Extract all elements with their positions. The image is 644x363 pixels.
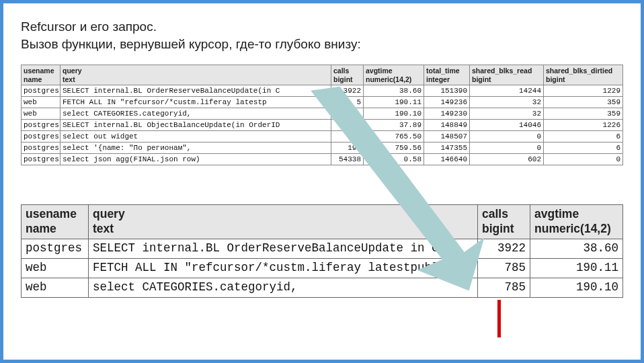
table-row: postgresSELECT internal.BL OrderReserveB… xyxy=(22,85,623,97)
cell-total-time: 148507 xyxy=(424,131,470,143)
cell-avgtime: 0.58 xyxy=(364,154,424,165)
cell-shared-dirtied: 0 xyxy=(544,154,623,165)
table-row: postgresselect out widget19765.501485070… xyxy=(22,131,623,143)
cell-query: select out widget xyxy=(61,131,331,143)
cell-total-time: 151390 xyxy=(424,85,470,97)
cell-usename: web xyxy=(22,108,61,120)
cell-usename: postgres xyxy=(22,131,61,143)
cell-avgtime: 190.10 xyxy=(364,108,424,120)
highlight-marker xyxy=(497,300,501,337)
cell-shared-read: 0 xyxy=(470,131,544,143)
cell-calls: 3922 xyxy=(331,85,364,97)
cell-shared-dirtied: 6 xyxy=(544,131,623,143)
cell-usename: postgres xyxy=(22,143,61,154)
cell-total-time: 146640 xyxy=(424,154,470,165)
table-row: postgresselect json agg(FINAL.json row)5… xyxy=(22,154,623,165)
cell-usename: web xyxy=(22,259,89,278)
cell-total-time: 149230 xyxy=(424,108,470,120)
cell-avgtime: 38.60 xyxy=(364,85,424,97)
cell-total-time: 148849 xyxy=(424,120,470,131)
cell-calls xyxy=(331,120,364,131)
col-shared-dirtied: shared_blks_dirtied bigint xyxy=(544,65,623,85)
cell-shared-dirtied: 359 xyxy=(544,97,623,108)
cell-calls: 5 xyxy=(331,97,364,108)
table-row: postgresselect '{name: "По регионам",194… xyxy=(22,143,623,154)
cell-shared-read: 32 xyxy=(470,108,544,120)
cell-query: select json agg(FINAL.json row) xyxy=(61,154,331,165)
col-query: query text xyxy=(61,65,331,85)
cell-avgtime: 190.11 xyxy=(530,259,623,278)
col-shared-read: shared_blks_read bigint xyxy=(470,65,544,85)
cell-usename: postgres xyxy=(22,154,61,165)
title-line-2: Вызов функции, вернувшей курсор, где-то … xyxy=(21,37,361,51)
col-calls: calls bigint xyxy=(478,205,530,239)
cell-shared-read: 602 xyxy=(470,154,544,165)
cell-usename: postgres xyxy=(22,239,89,259)
cell-avgtime: 765.50 xyxy=(364,131,424,143)
cell-usename: web xyxy=(22,97,61,108)
cell-shared-dirtied: 6 xyxy=(544,143,623,154)
table-row: postgresSELECT internal.BL OrderReserveB… xyxy=(22,239,623,259)
cell-calls: 19 xyxy=(331,131,364,143)
cell-calls xyxy=(331,108,364,120)
cell-shared-dirtied: 359 xyxy=(544,108,623,120)
cell-shared-read: 14244 xyxy=(470,85,544,97)
table-header: usename name query text calls bigint avg… xyxy=(22,205,623,239)
table-row: webselect CATEGORIES.categoryid,190.1014… xyxy=(22,108,623,120)
table-row: webselect CATEGORIES.categoryid,785190.1… xyxy=(22,278,623,297)
cell-query: SELECT internal.BL OrderReserveBalanceUp… xyxy=(89,239,478,259)
cell-query: FETCH ALL IN "refcursor/*custm.liferay l… xyxy=(61,97,331,108)
col-avgtime: avgtime numeric(14,2) xyxy=(530,205,623,239)
col-query: query text xyxy=(89,205,478,239)
cell-total-time: 147355 xyxy=(424,143,470,154)
cell-query: SELECT internal.BL OrderReserveBalanceUp… xyxy=(61,85,331,97)
cell-calls: 785 xyxy=(478,278,530,297)
cell-avgtime: 759.56 xyxy=(364,143,424,154)
cell-shared-read: 0 xyxy=(470,143,544,154)
table-header: usename name query text calls bigint avg… xyxy=(22,65,623,85)
cell-avgtime: 190.10 xyxy=(530,278,623,297)
col-calls: calls bigint xyxy=(331,65,364,85)
col-usename: usename name xyxy=(22,205,89,239)
table-row: postgresSELECT internal.BL ObjectBalance… xyxy=(22,120,623,131)
cell-query: FETCH ALL IN "refcursor/*custm.liferay l… xyxy=(89,259,478,278)
cell-calls: 3922 xyxy=(478,239,530,259)
title-line-1: Refcursor и его запрос. xyxy=(21,19,157,34)
cell-avgtime: 37.89 xyxy=(364,120,424,131)
cell-usename: postgres xyxy=(22,120,61,131)
table-row: webFETCH ALL IN "refcursor/*custm.lifera… xyxy=(22,97,623,108)
col-avgtime: avgtime numeric(14,2) xyxy=(364,65,424,85)
cell-shared-dirtied: 1226 xyxy=(544,120,623,131)
cell-calls: 785 xyxy=(478,259,530,278)
table-row: webFETCH ALL IN "refcursor/*custm.lifera… xyxy=(22,259,623,278)
cell-query: select '{name: "По регионам", xyxy=(61,143,331,154)
cell-usename: web xyxy=(22,278,89,297)
cell-avgtime: 190.11 xyxy=(364,97,424,108)
cell-query: SELECT internal.BL ObjectBalanceUpdate(i… xyxy=(61,120,331,131)
query-stats-table: usename name query text calls bigint avg… xyxy=(21,65,623,165)
slide-title: Refcursor и его запрос. Вызов функции, в… xyxy=(21,18,623,52)
cell-shared-read: 14046 xyxy=(470,120,544,131)
cell-shared-dirtied: 1229 xyxy=(544,85,623,97)
col-total-time: total_time integer xyxy=(424,65,470,85)
cell-query: select CATEGORIES.categoryid, xyxy=(61,108,331,120)
col-usename: usename name xyxy=(22,65,61,85)
cell-shared-read: 32 xyxy=(470,97,544,108)
cell-total-time: 149236 xyxy=(424,97,470,108)
cell-query: select CATEGORIES.categoryid, xyxy=(89,278,478,297)
query-stats-zoom-table: usename name query text calls bigint avg… xyxy=(21,204,623,297)
cell-avgtime: 38.60 xyxy=(530,239,623,259)
cell-usename: postgres xyxy=(22,85,61,97)
cell-calls: 194 xyxy=(331,143,364,154)
cell-calls: 54338 xyxy=(331,154,364,165)
